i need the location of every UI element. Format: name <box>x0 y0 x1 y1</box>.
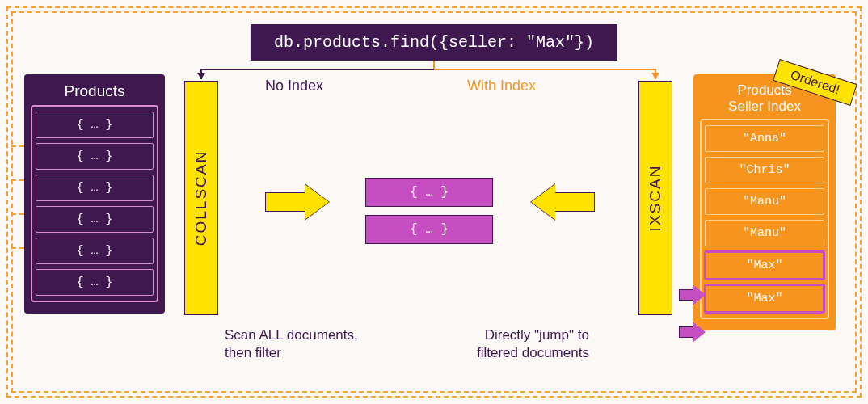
index-row-match: "Max" <box>705 284 824 313</box>
doc-row: { … } <box>36 175 154 201</box>
ixscan-label: IXSCAN <box>647 165 664 232</box>
with-index-label: With Index <box>467 78 536 95</box>
seller-index-collection: Products Seller Index "Anna" "Chris" "Ma… <box>693 74 836 330</box>
products-title: Products <box>31 82 158 100</box>
index-row: "Manu" <box>705 188 824 215</box>
arrow-ixscan-to-results <box>530 184 595 220</box>
dashed-connector <box>11 179 24 181</box>
index-inner: "Anna" "Chris" "Manu" "Manu" "Max" "Max" <box>700 119 829 319</box>
doc-row: { … } <box>36 112 154 138</box>
index-row: "Chris" <box>705 157 824 183</box>
products-collection: Products { … } { … } { … } { … } { … } {… <box>24 74 165 314</box>
collscan-caption: Scan ALL documents, then filter <box>225 326 358 362</box>
index-row-match: "Max" <box>705 251 824 280</box>
dashed-connector <box>11 145 24 147</box>
result-doc: { … } <box>365 178 493 207</box>
ixscan-caption: Directly "jump" to filtered documents <box>477 326 589 362</box>
ixscan-bar: IXSCAN <box>638 81 672 315</box>
doc-row: { … } <box>36 238 154 264</box>
collscan-label: COLLSCAN <box>192 150 210 246</box>
no-index-label: No Index <box>265 78 323 95</box>
collscan-bar: COLLSCAN <box>184 81 218 315</box>
doc-row: { … } <box>36 143 154 170</box>
query-box: db.products.find({seller: "Max"}) <box>251 24 617 61</box>
mini-arrow-to-max <box>679 322 706 343</box>
index-row: "Anna" <box>705 125 824 152</box>
doc-row: { … } <box>36 206 154 233</box>
dashed-connector <box>11 213 24 215</box>
result-doc: { … } <box>365 215 493 244</box>
mini-arrow-to-max <box>679 284 706 305</box>
index-row: "Manu" <box>705 220 824 246</box>
arrow-collscan-to-results <box>265 184 330 220</box>
doc-row: { … } <box>36 269 154 296</box>
dashed-connector <box>11 247 24 249</box>
products-inner: { … } { … } { … } { … } { … } { … } <box>31 105 158 302</box>
